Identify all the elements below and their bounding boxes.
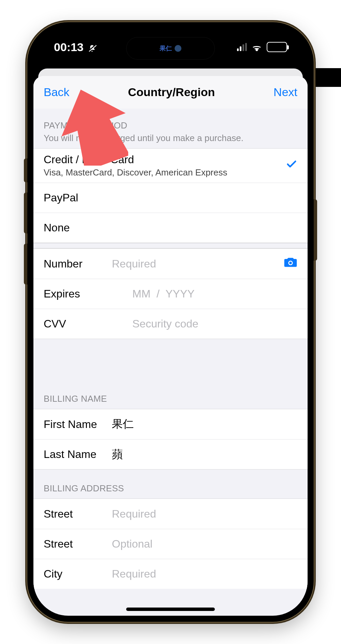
- last-name-input[interactable]: [112, 448, 297, 461]
- street2-input[interactable]: [112, 538, 297, 550]
- island-avatar-icon: [175, 45, 181, 52]
- wifi-icon: [252, 43, 262, 51]
- city-input[interactable]: [112, 568, 297, 580]
- next-button[interactable]: Next: [273, 86, 297, 99]
- billing-address-group: Street Street City: [33, 499, 308, 589]
- payment-option-paypal-label: PayPal: [44, 191, 78, 204]
- back-button[interactable]: Back: [44, 86, 70, 99]
- street2-row[interactable]: Street: [33, 529, 308, 559]
- card-expires-input[interactable]: [132, 288, 297, 300]
- payment-option-paypal[interactable]: PayPal: [33, 183, 308, 213]
- camera-icon[interactable]: [284, 257, 297, 271]
- card-number-label: Number: [44, 258, 112, 270]
- card-cvv-input[interactable]: [132, 318, 297, 330]
- nav-bar: Back Country/Region Next: [33, 76, 308, 109]
- first-name-input[interactable]: [112, 418, 297, 431]
- modal-sheet: Back Country/Region Next PAYMENT METHOD …: [33, 76, 308, 616]
- cellular-signal-icon: [237, 43, 247, 51]
- last-name-label: Last Name: [44, 448, 112, 461]
- billing-name-group: First Name Last Name: [33, 409, 308, 470]
- card-number-input[interactable]: [112, 258, 284, 270]
- phone-frame: 00:13 果仁 48 Back: [27, 22, 314, 622]
- payment-options-group: Credit / Debit Card Visa, MasterCard, Di…: [33, 148, 308, 243]
- dynamic-island: 果仁: [126, 37, 215, 60]
- street2-label: Street: [44, 538, 112, 550]
- last-name-row[interactable]: Last Name: [33, 439, 308, 469]
- street1-label: Street: [44, 508, 112, 520]
- payment-option-none-label: None: [44, 221, 70, 234]
- payment-option-card[interactable]: Credit / Debit Card Visa, MasterCard, Di…: [33, 149, 308, 183]
- island-text: 果仁: [160, 44, 172, 52]
- billing-name-header: BILLING NAME: [33, 380, 308, 409]
- payment-method-header: PAYMENT METHOD You will not be charged u…: [33, 109, 308, 148]
- card-expires-row[interactable]: Expires: [33, 279, 308, 309]
- city-label: City: [44, 568, 112, 580]
- card-cvv-label: CVV: [44, 318, 132, 330]
- card-details-group: Number Expires CVV: [33, 248, 308, 339]
- checkmark-icon: [286, 158, 297, 173]
- first-name-label: First Name: [44, 418, 112, 431]
- card-cvv-row[interactable]: CVV: [33, 309, 308, 339]
- payment-method-subtitle: You will not be charged until you make a…: [44, 133, 297, 143]
- city-row[interactable]: City: [33, 559, 308, 589]
- card-number-row[interactable]: Number: [33, 249, 308, 279]
- page-title: Country/Region: [128, 86, 215, 99]
- silent-mode-icon: [88, 43, 97, 51]
- payment-option-card-sub: Visa, MasterCard, Discover, American Exp…: [44, 167, 227, 178]
- street1-input[interactable]: [112, 508, 297, 520]
- status-bar: 00:13 果仁 48: [33, 28, 308, 66]
- phone-screen: 00:13 果仁 48 Back: [33, 28, 308, 616]
- street1-row[interactable]: Street: [33, 499, 308, 529]
- first-name-row[interactable]: First Name: [33, 409, 308, 439]
- svg-point-3: [289, 262, 292, 264]
- billing-address-header: BILLING ADDRESS: [33, 470, 308, 499]
- payment-option-none[interactable]: None: [33, 213, 308, 243]
- card-expires-label: Expires: [44, 288, 132, 300]
- battery-icon: 48: [267, 42, 287, 52]
- payment-method-title: PAYMENT METHOD: [44, 120, 127, 131]
- payment-option-card-label: Credit / Debit Card: [44, 153, 227, 166]
- status-time: 00:13: [54, 41, 84, 54]
- home-indicator[interactable]: [126, 608, 215, 611]
